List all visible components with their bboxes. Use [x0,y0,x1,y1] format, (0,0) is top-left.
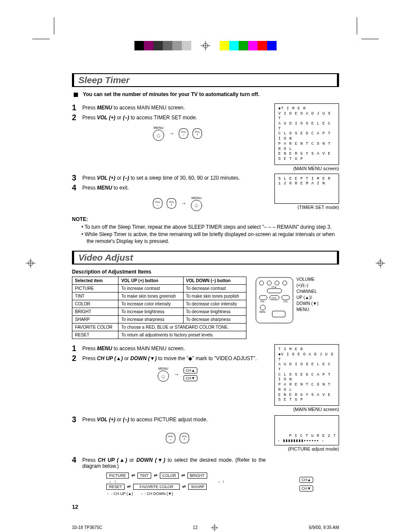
key-vol-plus: VOL (+) [97,115,115,121]
step-2: 2 Press VOL (+) or (–) to access TIMER S… [72,113,266,122]
osd-line: E N E R G Y S A V E [278,152,335,157]
svg-text:MENU: MENU [259,311,266,313]
crop-mark [32,17,58,43]
th: VOL UP (+) button [118,277,183,285]
text: Press [82,345,97,352]
crop-mark [353,17,379,43]
menu-button-icon: ◯ [153,130,164,141]
arrow-up-icon: ↑ [115,479,117,484]
legend-left: ← : CH UP (▲) [106,492,133,496]
text: to access MAIN MENU screen. [112,345,185,352]
adjustment-table: Selected item VOL UP (+) button VOL DOWN… [72,277,246,339]
osd-line: A U D I O S E L E C T [278,362,335,372]
vol-minus-button-icon: VOL– [179,128,188,139]
svg-rect-16 [282,296,290,300]
button-diagram: VOL– VOL+ [89,433,266,443]
text: Press [82,105,97,111]
td: PICTURE [72,285,118,292]
remote-icon: VOLVOL CH▲CH▼ MENU [255,277,294,324]
svg-text:CH▲: CH▲ [271,286,277,288]
video-step-1: 1 Press MENU to access MAIN MENU screen. [72,344,266,353]
footer-page: 12 [193,525,198,530]
key-ch-up: CH UP (▲) [97,355,123,361]
key-vol-minus: (–) [123,115,129,121]
menu-button-icon: ◯ [191,200,202,211]
mode-box: COLOR [160,473,179,479]
key-vol-minus: (–) [123,417,129,423]
footer-filename: 10-18 TP3675C [72,525,102,530]
text: or [127,457,136,463]
osd-caption: (TIMER SET mode) [274,205,339,210]
registration-mark-icon [26,258,35,268]
print-footer: 10-18 TP3675C 12 6/9/00, 9:35 AM [72,524,339,532]
text: Press [82,355,97,361]
step-4: 4 Press MENU to exit. [72,184,266,193]
sleep-lead: You can set the number of minutes for yo… [74,91,339,97]
label: (+)/(–) [296,283,318,289]
osd-line: T I M E R [278,347,335,352]
td: To increase color intensity [118,300,183,308]
key-ch-down: DOWN (▼) [136,457,165,463]
td: To return all adjustments to factory pre… [118,331,246,339]
osd-line: ◆T I M E R [278,106,335,112]
svg-rect-19 [272,311,285,317]
video-step-3: 3 Press VOL (+) or (–) to access PICTURE… [72,415,266,424]
svg-text:VOL: VOL [260,300,265,303]
button-diagram: MENU◯ → VOL– VOL+ [89,126,266,141]
text: Press [82,185,97,191]
ch-up-button-icon: CH▲ [184,367,197,373]
osd-caption: (PICTURE adjust mode) [274,446,339,451]
note-item: While Sleep Timer is active, the time re… [81,231,339,245]
remote-label-list: VOLUME (+)/(–) CHANNEL UP (▲)/ DOWN (▼) … [296,277,318,324]
arrow-right-icon: → [181,200,187,207]
ch-up-button-icon: CH▲ [299,477,313,483]
label: CHANNEL [296,289,318,295]
td: FAVORITE COLOR [72,324,118,331]
step-3: 3 Press VOL (+) or (–) to set a sleep ti… [72,174,266,183]
arrow-right-icon: → [168,130,174,137]
td: To decrease contrast [183,285,246,292]
key-vol-minus: (–) [123,175,129,181]
th: VOL DOWN (–) button [183,277,246,285]
td: To decrease sharpness [183,316,246,324]
footer-date: 6/9/00, 9:35 AM [309,525,339,530]
osd-line: P A R E N T C O N T R O L [278,383,335,392]
mode-flow-arrows: ↓↑ ↓↑ [106,479,291,484]
svg-point-13 [283,281,287,285]
osd-main-menu: ◆T I M E R V I D E O A D J U S T A U D I… [274,103,339,165]
text: or [115,115,123,121]
osd-line: P I C T U R E 2 7 [277,434,336,438]
arrow-bidir-icon: ⇄ [154,473,157,478]
td: To decrease color intensity [183,300,246,308]
section-title-video: Video Adjust [72,251,339,264]
svg-text:CH▼: CH▼ [271,297,277,299]
registration-mark-icon [211,524,218,532]
osd-caption: (MAIN MENU screen) [274,407,339,412]
video-step-4: 4 Press CH UP (▲) or DOWN (▼) to select … [72,456,266,469]
key-vol-plus: VOL (+) [97,175,115,181]
text: to exit. [112,185,129,191]
text: or [123,355,130,361]
td: To decrease brightness [183,308,246,316]
key-menu: MENU [97,345,112,352]
mode-box: TINT [137,473,151,479]
label: DOWN (▼) [296,301,318,307]
osd-picture-adjust: P I C T U R E 2 7 - ▮▮▮▮▮▮▮▮▪▪▪▪▪▪ - [274,415,339,445]
label: VOLUME [296,277,318,283]
ch-down-button-icon: CH▼ [184,375,197,381]
text: Press [82,175,97,181]
td: To make skin tones greenish [118,292,183,300]
osd-bar: - ▮▮▮▮▮▮▮▮▪▪▪▪▪▪ - [277,438,336,443]
registration-mark-icon [376,258,385,268]
osd-line: E N E R G Y S A V E [278,393,335,398]
legend-right: → : CH DOWN (▼) [140,492,173,496]
td: TINT [72,292,118,300]
text: Press [82,457,98,463]
osd-caption: (MAIN MENU screen) [274,166,339,171]
svg-text:VOL: VOL [283,300,288,303]
video-step-2: 2 Press CH UP (▲) or DOWN (▼) to move th… [72,354,266,363]
text: or [115,175,123,181]
sub-heading: Description of Adjustment Items [72,269,339,275]
note-list: To turn off the Sleep Timer, repeat the … [81,224,339,245]
arrow-down-icon: ↓ [218,479,220,484]
